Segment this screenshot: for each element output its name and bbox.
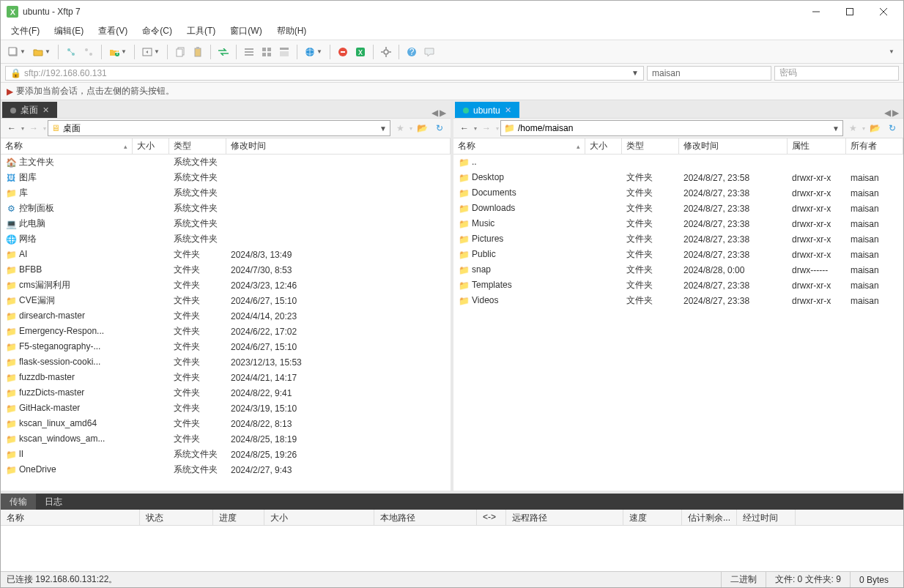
transfer-col[interactable]: 状态 xyxy=(140,510,213,525)
copy-button[interactable] xyxy=(172,44,188,60)
address-input[interactable]: 🔒 sftp://192.168.60.131 ▼ xyxy=(5,66,644,81)
transfer-col[interactable]: 远程路径 xyxy=(506,510,623,525)
col-size[interactable]: 大小 xyxy=(133,138,169,154)
menu-6[interactable]: 帮助(H) xyxy=(270,23,314,39)
transfer-col[interactable]: 速度 xyxy=(623,510,682,525)
col-type[interactable]: 类型 xyxy=(622,138,679,154)
list-item[interactable]: 📁fuzzDicts-master文件夹2024/8/22, 9:41 xyxy=(1,385,451,401)
list-item[interactable]: 📁Pictures文件夹2024/8/27, 23:38drwxr-xr-xma… xyxy=(453,231,903,247)
username-input[interactable]: maisan xyxy=(647,66,771,81)
remote-back-button[interactable]: ← xyxy=(456,120,473,136)
path-dropdown-icon[interactable]: ▼ xyxy=(832,124,840,133)
list-item[interactable]: 📁Templates文件夹2024/8/27, 23:38drwxr-xr-xm… xyxy=(453,278,903,293)
language-button[interactable]: ▼ xyxy=(302,44,325,60)
list-item[interactable]: 📁Emergency-Respon...文件夹2024/6/22, 17:02 xyxy=(1,324,451,339)
local-back-button[interactable]: ← xyxy=(4,120,20,136)
xshell-button[interactable]: x xyxy=(352,44,368,60)
col-own[interactable]: 所有者 xyxy=(846,138,903,154)
col-type[interactable]: 类型 xyxy=(169,138,226,154)
list-item[interactable]: 📁snap文件夹2024/8/28, 0:00drwx------maisan xyxy=(453,262,903,278)
menu-0[interactable]: 文件(F) xyxy=(4,23,47,39)
col-mod[interactable]: 修改时间 xyxy=(226,138,451,154)
col-name[interactable]: 名称▴ xyxy=(1,138,133,154)
view-tree-button[interactable] xyxy=(276,44,292,60)
local-bookmark-button[interactable]: ★ xyxy=(392,120,408,136)
transfer-col[interactable]: <-> xyxy=(477,510,506,525)
list-item[interactable]: 📁dirsearch-master文件夹2024/4/14, 20:23 xyxy=(1,308,451,324)
list-item[interactable]: 📁F5-steganography-...文件夹2024/6/27, 15:10 xyxy=(1,339,451,354)
paste-button[interactable] xyxy=(190,44,206,60)
local-forward-button[interactable]: → xyxy=(26,120,42,136)
tab-transfer[interactable]: 传输 xyxy=(1,494,36,510)
transfer-col[interactable]: 经过时间 xyxy=(737,510,796,525)
col-attr[interactable]: 属性 xyxy=(788,138,846,154)
disconnect-button[interactable] xyxy=(81,44,97,60)
remote-path-input[interactable]: 📁 /home/maisan ▼ xyxy=(500,120,843,136)
local-path-input[interactable]: 🖥 桌面 ▼ xyxy=(48,120,390,136)
remote-forward-button[interactable]: → xyxy=(478,120,494,136)
list-item[interactable]: 📁库系统文件夹 xyxy=(1,185,451,201)
local-tab[interactable]: 桌面 ✕ xyxy=(2,102,57,118)
remote-tab[interactable]: ubuntu ✕ xyxy=(455,102,519,118)
list-item[interactable]: 📁Documents文件夹2024/8/27, 23:38drwxr-xr-xm… xyxy=(453,185,903,201)
stop-button[interactable] xyxy=(335,44,351,60)
password-input[interactable]: 密码 xyxy=(774,66,899,81)
parent-dir[interactable]: 📁.. xyxy=(453,155,903,170)
list-item[interactable]: 📁Music文件夹2024/8/27, 23:38drwxr-xr-xmaisa… xyxy=(453,216,903,231)
view-list-button[interactable] xyxy=(241,44,257,60)
remote-bookmark-button[interactable]: ★ xyxy=(845,120,861,136)
menu-5[interactable]: 窗口(W) xyxy=(223,23,269,39)
transfer-col[interactable]: 名称 xyxy=(1,510,140,525)
list-item[interactable]: 📁kscan_linux_amd64文件夹2024/8/22, 8:13 xyxy=(1,416,451,431)
list-item[interactable]: 📁BFBB文件夹2024/7/30, 8:53 xyxy=(1,262,451,278)
tab-scroll-right-icon[interactable]: ▶ xyxy=(892,108,899,118)
list-item[interactable]: 📁Desktop文件夹2024/8/27, 23:58drwxr-xr-xmai… xyxy=(453,170,903,185)
remote-refresh-button[interactable]: ↻ xyxy=(884,120,900,136)
transfer-col[interactable]: 大小 xyxy=(264,510,374,525)
local-up-button[interactable]: 📂 xyxy=(414,120,430,136)
list-item[interactable]: 📁flask-session-cooki...文件夹2023/12/13, 15… xyxy=(1,354,451,370)
remote-file-list[interactable]: 名称▴ 大小 类型 修改时间 属性 所有者 📁..📁Desktop文件夹2024… xyxy=(453,138,903,491)
connect-button[interactable] xyxy=(63,44,79,60)
about-button[interactable] xyxy=(421,44,437,60)
list-item[interactable]: 📁GitHack-master文件夹2024/3/19, 15:10 xyxy=(1,401,451,416)
list-item[interactable]: ⚙控制面板系统文件夹 xyxy=(1,201,451,216)
tab-log[interactable]: 日志 xyxy=(36,494,71,510)
close-button[interactable] xyxy=(867,1,900,23)
list-item[interactable]: 📁fuzzdb-master文件夹2024/4/21, 14:17 xyxy=(1,370,451,385)
list-item[interactable]: 🌐网络系统文件夹 xyxy=(1,231,451,247)
list-item[interactable]: 📁OneDrive系统文件夹2024/2/27, 9:43 xyxy=(1,462,451,477)
menu-1[interactable]: 编辑(E) xyxy=(47,23,91,39)
local-refresh-button[interactable]: ↻ xyxy=(431,120,448,136)
new-session-button[interactable]: ▼ xyxy=(5,44,29,60)
list-item[interactable]: 📁cms漏洞利用文件夹2024/3/23, 12:46 xyxy=(1,278,451,293)
transfer-col[interactable]: 本地路径 xyxy=(374,510,477,525)
sync-button[interactable] xyxy=(215,44,231,60)
menu-3[interactable]: 命令(C) xyxy=(135,23,179,39)
list-item[interactable]: 📁lΙ系统文件夹2024/8/25, 19:26 xyxy=(1,447,451,462)
tab-scroll-left-icon[interactable]: ◀ xyxy=(884,108,891,118)
col-name[interactable]: 名称▴ xyxy=(453,138,585,154)
col-size[interactable]: 大小 xyxy=(585,138,622,154)
list-item[interactable]: 📁AI文件夹2024/8/3, 13:49 xyxy=(1,247,451,262)
menu-2[interactable]: 查看(V) xyxy=(91,23,135,39)
list-item[interactable]: 📁kscan_windows_am...文件夹2024/8/25, 18:19 xyxy=(1,431,451,447)
minimize-button[interactable] xyxy=(799,1,833,23)
list-item[interactable]: 📁Videos文件夹2024/8/27, 23:38drwxr-xr-xmais… xyxy=(453,293,903,308)
list-item[interactable]: 📁Downloads文件夹2024/8/27, 23:38drwxr-xr-xm… xyxy=(453,201,903,216)
open-session-button[interactable]: ▼ xyxy=(30,44,53,60)
remote-tab-close-icon[interactable]: ✕ xyxy=(505,105,511,115)
menu-4[interactable]: 工具(T) xyxy=(179,23,223,39)
list-item[interactable]: 💻此电脑系统文件夹 xyxy=(1,216,451,231)
address-dropdown-icon[interactable]: ▼ xyxy=(631,69,639,77)
view-detail-button[interactable] xyxy=(259,44,275,60)
tab-scroll-left-icon[interactable]: ◀ xyxy=(431,108,438,118)
transfer-button[interactable]: ▼ xyxy=(139,44,163,60)
maximize-button[interactable] xyxy=(833,1,867,23)
col-mod[interactable]: 修改时间 xyxy=(679,138,788,154)
options-button[interactable] xyxy=(378,44,394,60)
help-button[interactable]: ? xyxy=(404,44,420,60)
list-item[interactable]: 🖼图库系统文件夹 xyxy=(1,170,451,185)
remote-up-button[interactable]: 📂 xyxy=(867,120,883,136)
new-folder-button[interactable]: +▼ xyxy=(106,44,130,60)
